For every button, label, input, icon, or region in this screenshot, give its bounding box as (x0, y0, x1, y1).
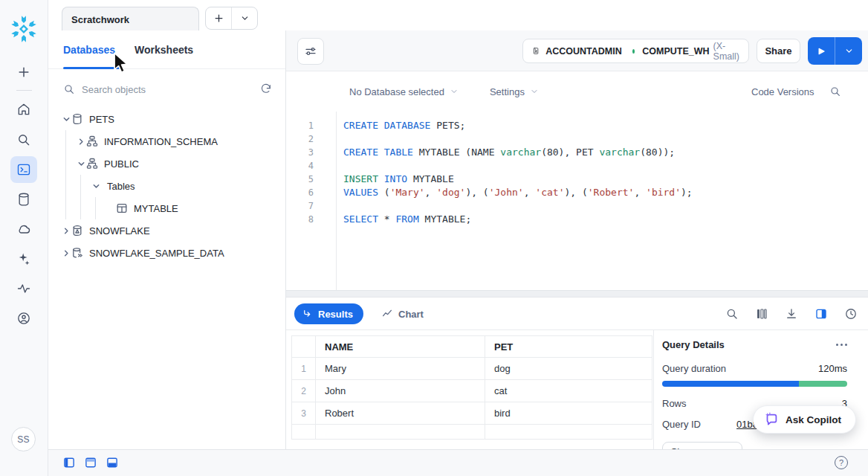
table-row[interactable]: 3Robertbird (291, 402, 652, 425)
snowflake-database-icon (71, 225, 83, 237)
tree-item-label: INFORMATION_SCHEMA (104, 136, 218, 147)
results-split-view-button[interactable] (814, 306, 829, 321)
column-header-name[interactable]: NAME (315, 335, 485, 358)
search-icon (63, 83, 75, 95)
rail-activity-button[interactable] (10, 275, 37, 302)
table-row[interactable]: 1Marydog (291, 358, 652, 380)
code-area[interactable]: 1CREATE DATABASE PETS;23CREATE TABLE MYT… (286, 112, 868, 290)
search-objects-input[interactable] (82, 84, 260, 95)
query-details-menu-button[interactable] (836, 341, 847, 349)
database-selector-dropdown[interactable]: No Database selected (349, 86, 459, 97)
schema-icon (86, 135, 98, 147)
sliders-icon (304, 45, 317, 58)
tree-expand-chevron[interactable] (61, 114, 71, 124)
tab-results[interactable]: Results (294, 303, 363, 324)
tree-expand-chevron[interactable] (76, 158, 86, 169)
add-tab-button[interactable] (206, 7, 231, 29)
code-line-7[interactable]: 7 (286, 199, 868, 213)
results-columns-button[interactable] (754, 306, 769, 321)
schema-icon (86, 158, 98, 170)
editor-settings-dropdown[interactable]: Settings (490, 86, 539, 97)
share-button[interactable]: Share (757, 39, 800, 63)
tree-expand-chevron[interactable] (91, 181, 101, 191)
rail-search-button[interactable] (10, 126, 37, 153)
run-options-button[interactable] (835, 37, 862, 65)
rail-worksheets-button[interactable] (10, 156, 37, 183)
tree-item-tables[interactable]: Tables (48, 175, 285, 197)
run-button[interactable] (808, 37, 835, 65)
duration-other-segment (799, 381, 847, 387)
tab-chart[interactable]: Chart (381, 303, 424, 324)
database-shared-icon (71, 247, 83, 259)
results-download-button[interactable] (784, 306, 799, 321)
tree-expand-chevron[interactable] (61, 225, 71, 236)
snowflake-logo-icon (10, 15, 38, 43)
tree-item-information_schema[interactable]: INFORMATION_SCHEMA (48, 130, 285, 152)
results-history-button[interactable] (843, 306, 858, 321)
tree-item-pets[interactable]: PETS (48, 108, 285, 130)
refresh-button[interactable] (260, 83, 272, 95)
code-line-8[interactable]: 8SELECT * FROM MYTABLE; (286, 213, 868, 226)
chevron-right-icon (62, 249, 71, 257)
tab-worksheets[interactable]: Worksheets (135, 44, 193, 56)
new-worksheet-button[interactable] (10, 59, 37, 86)
code-line-5[interactable]: 5INSERT INTO MYTABLE (286, 173, 868, 186)
snowsight-app: SS Scratchwork Databases Worksheets (0, 0, 868, 476)
tab-databases[interactable]: Databases (63, 44, 115, 56)
line-number: 5 (286, 173, 336, 186)
editor-results-resize-handle[interactable] (286, 290, 868, 298)
chevron-down-icon (62, 115, 71, 123)
code-line-3[interactable]: 3CREATE TABLE MYTABLE (NAME varchar(80),… (286, 146, 868, 159)
code-line-4[interactable]: 4 (286, 159, 868, 173)
code-line-2[interactable]: 2 (286, 132, 868, 146)
search-icon (725, 307, 739, 321)
column-header-pet[interactable]: PET (485, 335, 652, 358)
line-number: 4 (286, 159, 336, 173)
toggle-left-panel-button[interactable] (64, 457, 74, 468)
results-tab-label: Results (318, 309, 353, 320)
results-table: NAMEPET1Marydog2Johncat3Robertbird (291, 335, 652, 440)
table-header-row: NAMEPET (291, 335, 652, 358)
toggle-editor-panel-button[interactable] (85, 457, 96, 468)
tab-list-button[interactable] (231, 7, 257, 29)
object-explorer: Databases Worksheets PETSINFORMATION_SCH… (48, 30, 286, 449)
editor-search-button[interactable] (829, 86, 841, 97)
toggle-results-panel-button[interactable] (107, 457, 117, 468)
tree-item-snowflake[interactable]: SNOWFLAKE (48, 219, 285, 242)
table-cell[interactable]: Robert (315, 402, 485, 425)
table-cell[interactable]: Mary (315, 358, 485, 380)
rail-data-button[interactable] (10, 186, 37, 213)
code-line-6[interactable]: 6VALUES ('Mary', 'dog'), ('John', 'cat')… (286, 186, 868, 199)
rail-home-button[interactable] (10, 96, 37, 123)
rail-ai-button[interactable] (10, 245, 37, 272)
table-row[interactable]: 2Johncat (291, 380, 652, 402)
query-id-label: Query ID (662, 419, 701, 430)
row-number: 3 (291, 402, 315, 425)
rail-admin-button[interactable] (10, 305, 37, 332)
rail-cloud-button[interactable] (10, 216, 37, 242)
ask-copilot-button[interactable]: Ask Copilot (753, 405, 856, 434)
code-line-1[interactable]: 1CREATE DATABASE PETS; (286, 119, 868, 132)
table-cell[interactable]: John (315, 380, 485, 402)
worksheet-options-button[interactable] (297, 38, 324, 65)
worksheet-tab[interactable]: Scratchwork (62, 7, 199, 31)
download-icon (785, 307, 798, 321)
tree-item-snowflake_sample_data[interactable]: SNOWFLAKE_SAMPLE_DATA (48, 242, 285, 264)
tree-expand-chevron[interactable] (61, 248, 71, 258)
tree-item-label: MYTABLE (134, 203, 178, 214)
tree-item-public[interactable]: PUBLIC (48, 152, 285, 175)
tree-item-mytable[interactable]: MYTABLE (48, 197, 285, 219)
table-icon (116, 202, 128, 214)
split-view-icon (814, 307, 828, 321)
table-cell[interactable]: bird (485, 402, 652, 425)
tree-chevron-spacer (106, 203, 116, 213)
help-button[interactable]: ? (835, 456, 848, 469)
context-selector[interactable]: ACCOUNTADMIN COMPUTE_WH (X-Small) (522, 39, 749, 63)
code-versions-link[interactable]: Code Versions (751, 86, 814, 97)
table-cell[interactable]: dog (485, 358, 652, 380)
results-search-button[interactable] (725, 306, 739, 321)
user-avatar[interactable]: SS (11, 427, 36, 451)
tree-expand-chevron[interactable] (76, 136, 86, 147)
table-cell[interactable]: cat (485, 380, 652, 402)
schema-icon (86, 158, 98, 170)
